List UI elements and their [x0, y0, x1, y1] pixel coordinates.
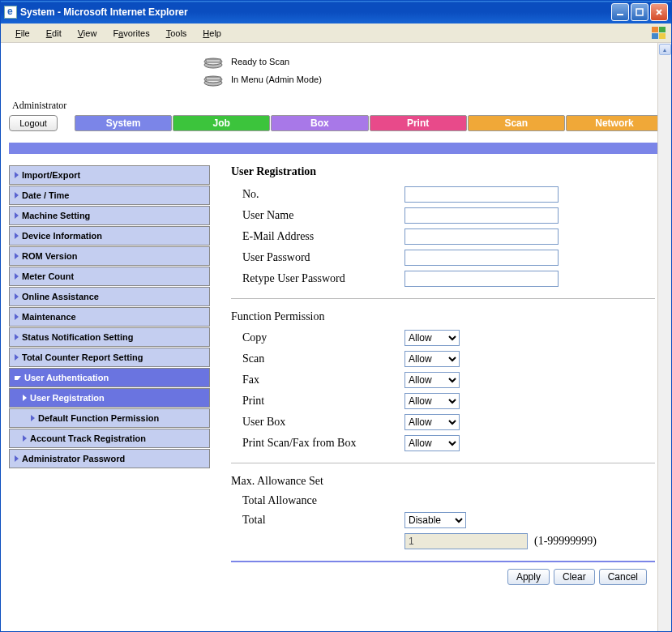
status-ready: Ready to Scan [231, 57, 289, 66]
menu-view[interactable]: View [71, 27, 104, 40]
chevron-right-icon [31, 415, 35, 421]
chevron-right-icon [15, 273, 19, 280]
menu-favorites[interactable]: Favorites [106, 27, 156, 40]
chevron-right-icon [15, 354, 19, 361]
print-scan-fax-box-select[interactable]: Allow [404, 435, 460, 451]
label-total: Total [231, 514, 404, 527]
menu-view-label: iew [83, 28, 97, 38]
windows-flag-icon [652, 27, 666, 40]
sidebar-label: User Authentication [24, 373, 109, 382]
sidebar-item-meter-count[interactable]: Meter Count [9, 267, 210, 286]
svg-rect-0 [617, 14, 623, 15]
tab-box[interactable]: Box [271, 115, 368, 131]
sidebar-label: Maintenance [22, 312, 76, 322]
menu-help[interactable]: Help [196, 27, 228, 40]
fax-select[interactable]: Allow [404, 372, 460, 388]
tab-scan[interactable]: Scan [468, 115, 565, 131]
sidebar-item-import-export[interactable]: Import/Export [9, 165, 210, 185]
svg-rect-8 [206, 59, 220, 62]
sidebar-item-administrator-password[interactable]: Administrator Password [9, 449, 210, 468]
separator-blue [231, 561, 655, 562]
menubar: File Edit View Favorites Tools Help [1, 23, 671, 43]
sidebar-item-default-function-permission[interactable]: Default Function Permission [9, 408, 210, 428]
chevron-right-icon [15, 314, 19, 320]
total-range: (1-99999999) [534, 535, 597, 548]
function-permission-title: Function Permission [231, 310, 655, 323]
minimize-button[interactable] [611, 3, 629, 21]
cancel-button[interactable]: Cancel [599, 569, 647, 585]
label-password: User Password [231, 251, 404, 264]
label-print-scan-fax-from-box: Print Scan/Fax from Box [231, 437, 404, 450]
panel-title: User Registration [231, 165, 655, 178]
tab-row: Logout System Job Box Print Scan Network [9, 115, 663, 131]
sidebar-item-status-notification[interactable]: Status Notification Setting [9, 327, 210, 347]
svg-rect-5 [659, 33, 666, 39]
sidebar-label: Total Counter Report Setting [22, 352, 143, 362]
password-input[interactable] [404, 250, 559, 266]
sidebar-label: Machine Setting [22, 211, 90, 220]
chevron-right-icon [23, 435, 27, 442]
menu-file[interactable]: File [9, 27, 36, 40]
scan-select[interactable]: Allow [404, 351, 460, 367]
label-scan: Scan [231, 352, 404, 365]
chevron-right-icon [15, 233, 19, 239]
print-select[interactable]: Allow [404, 393, 460, 409]
label-user-name: User Name [231, 209, 404, 222]
sidebar-item-user-registration[interactable]: User Registration [9, 388, 210, 408]
tab-job[interactable]: Job [173, 115, 270, 131]
scroll-up-icon[interactable]: ▴ [659, 44, 671, 55]
sidebar-item-total-counter-report[interactable]: Total Counter Report Setting [9, 348, 210, 367]
tab-print[interactable]: Print [370, 115, 467, 131]
sidebar-item-rom-version[interactable]: ROM Version [9, 246, 210, 266]
scanner-icon [203, 72, 223, 87]
main-layout: Import/Export Date / Time Machine Settin… [9, 165, 663, 585]
sidebar-label: Device Information [22, 231, 102, 241]
user-name-input[interactable] [404, 207, 559, 224]
label-user-box: User Box [231, 416, 404, 429]
sidebar-label: Account Track Registration [30, 433, 146, 443]
label-password2: Retype User Password [231, 272, 404, 285]
menu-edit[interactable]: Edit [40, 27, 68, 40]
sidebar-item-machine-setting[interactable]: Machine Setting [9, 206, 210, 225]
close-button[interactable] [650, 3, 668, 21]
no-input[interactable] [404, 186, 559, 203]
sidebar-label: Online Assistance [22, 292, 99, 301]
sidebar: Import/Export Date / Time Machine Settin… [9, 165, 210, 585]
maximize-button[interactable] [631, 3, 648, 21]
chevron-right-icon [15, 212, 19, 219]
sidebar-item-user-authentication[interactable]: User Authentication [9, 368, 210, 387]
sidebar-item-online-assistance[interactable]: Online Assistance [9, 287, 210, 306]
chevron-right-icon [23, 395, 27, 401]
copy-select[interactable]: Allow [404, 330, 460, 346]
button-row: Apply Clear Cancel [231, 569, 655, 585]
main-panel: User Registration No. User Name E-Mail A… [210, 165, 663, 585]
tab-network[interactable]: Network [566, 115, 663, 131]
admin-label: Administrator [12, 100, 663, 112]
apply-button[interactable]: Apply [507, 569, 550, 585]
total-select[interactable]: Disable [404, 512, 466, 528]
separator [231, 298, 655, 299]
chevron-right-icon [15, 172, 19, 178]
menu-help-label: elp [209, 28, 221, 38]
sidebar-label: Import/Export [22, 170, 80, 180]
sidebar-label: Date / Time [22, 190, 70, 200]
content-area: ▴ Ready to Scan In Menu (Admin Mode) Adm… [1, 43, 671, 631]
user-box-select[interactable]: Allow [404, 414, 460, 430]
logout-button[interactable]: Logout [9, 115, 58, 131]
retype-password-input[interactable] [404, 271, 559, 287]
svg-rect-2 [652, 27, 658, 32]
sidebar-label: Default Function Permission [38, 413, 159, 423]
sidebar-item-maintenance[interactable]: Maintenance [9, 307, 210, 327]
sidebar-label: ROM Version [22, 251, 77, 261]
email-input[interactable] [404, 228, 559, 245]
menu-tools[interactable]: Tools [160, 27, 194, 40]
svg-rect-11 [206, 77, 220, 80]
sidebar-item-date-time[interactable]: Date / Time [9, 186, 210, 205]
chevron-right-icon [15, 192, 19, 199]
clear-button[interactable]: Clear [554, 569, 595, 585]
separator [231, 463, 655, 463]
sidebar-item-device-information[interactable]: Device Information [9, 226, 210, 246]
vertical-scrollbar[interactable]: ▴ [657, 43, 671, 631]
sidebar-item-account-track-registration[interactable]: Account Track Registration [9, 429, 210, 448]
tab-system[interactable]: System [75, 115, 172, 131]
